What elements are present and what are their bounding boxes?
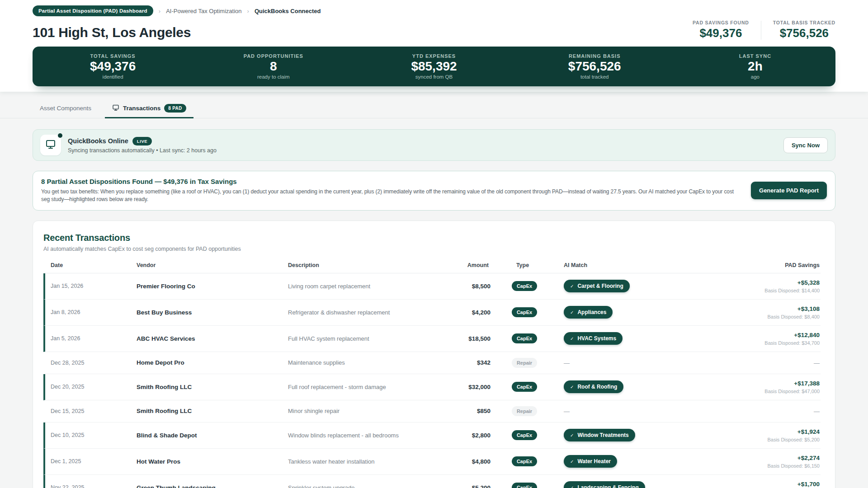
ai-match-chip: ✓Window Treatments [564, 429, 635, 441]
tx-date: Dec 20, 2025 [45, 384, 131, 390]
breadcrumb-item-quickbooks: QuickBooks Connected [255, 8, 321, 14]
tx-amount: $2,800 [432, 432, 491, 439]
table-row[interactable]: Jan 15, 2026Premier Flooring CoLiving ro… [43, 273, 821, 300]
tx-date: Jan 15, 2026 [45, 283, 131, 289]
type-pill: CapEx [512, 382, 537, 392]
tx-ai-match: — [558, 407, 744, 415]
tx-type-badge: CapEx [491, 456, 558, 466]
stat-ytd-expenses: YTD EXPENSES $85,392 synced from QB [354, 53, 514, 80]
table-row[interactable]: Dec 28, 2025Home Depot ProMaintenance su… [43, 352, 821, 374]
column-header-ai-match: AI Match [557, 262, 742, 268]
basis-disposed: Basis Disposed: $14,400 [749, 288, 820, 293]
check-icon: ✓ [570, 459, 574, 464]
ai-match-chip: ✓Roof & Roofing [564, 380, 623, 393]
table-row[interactable]: Dec 15, 2025Smith Roofing LLCMinor shing… [43, 400, 821, 422]
tx-vendor: Premier Flooring Co [131, 283, 283, 290]
tx-vendor: Smith Roofing LLC [131, 408, 283, 414]
tx-description: Minor shingle repair [283, 408, 432, 414]
table-header-row: Date Vendor Description Amount Type AI M… [43, 262, 821, 273]
basis-disposed: Basis Disposed: $34,700 [749, 340, 820, 346]
tx-pad-savings: +$5,328Basis Disposed: $14,400 [744, 279, 821, 293]
column-header-vendor: Vendor [129, 262, 281, 268]
tab-asset-components[interactable]: Asset Components [33, 99, 99, 118]
table-row[interactable]: Dec 10, 2025Blind & Shade DepotWindow bl… [43, 422, 821, 449]
tx-amount: $342 [432, 359, 491, 366]
check-icon: ✓ [570, 385, 574, 389]
tx-vendor: Home Depot Pro [131, 359, 283, 366]
type-pill: CapEx [512, 483, 537, 488]
stat-remaining-basis: REMAINING BASIS $756,526 total tracked [514, 53, 675, 80]
tx-ai-match: ✓HVAC Systems [558, 332, 744, 345]
generate-pad-report-button[interactable]: Generate PAD Report [751, 182, 827, 199]
tx-pad-savings: +$12,840Basis Disposed: $34,700 [744, 332, 821, 346]
column-header-pad-savings: PAD Savings [742, 262, 821, 268]
table-row[interactable]: Dec 1, 2025Hot Water ProsTankless water … [43, 449, 821, 475]
column-header-description: Description [281, 262, 430, 268]
table-row[interactable]: Dec 20, 2025Smith Roofing LLCFull roof r… [43, 374, 821, 400]
ai-match-chip: ✓Landscaping & Fencing [564, 481, 645, 488]
savings-amount: +$5,328 [749, 279, 820, 286]
tx-date: Jan 5, 2026 [45, 335, 131, 342]
tx-date: Jan 8, 2026 [45, 309, 131, 315]
tx-description: Tankless water heater installation [283, 458, 432, 465]
tx-date: Dec 1, 2025 [45, 458, 131, 465]
tx-pad-savings: +$2,274Basis Disposed: $6,150 [744, 455, 821, 469]
tx-description: Full roof replacement - storm damage [283, 384, 432, 390]
tx-pad-savings: — [744, 407, 821, 415]
tx-ai-match: ✓Water Heater [558, 455, 744, 468]
tx-vendor: Smith Roofing LLC [131, 384, 283, 390]
quickbooks-title: QuickBooks Online [68, 137, 128, 145]
tx-ai-match: ✓Appliances [558, 306, 744, 319]
tx-ai-match: ✓Landscaping & Fencing [558, 481, 744, 488]
transactions-table: Date Vendor Description Amount Type AI M… [43, 262, 821, 488]
check-icon: ✓ [570, 433, 574, 438]
type-pill: CapEx [512, 333, 537, 343]
page-title: 101 High St, Los Angeles [33, 25, 191, 40]
tx-ai-match: ✓Window Treatments [558, 429, 744, 441]
summary-stats-bar: TOTAL SAVINGS $49,376 identified PAD OPP… [33, 47, 835, 86]
savings-amount: +$12,840 [749, 332, 820, 338]
tx-date: Dec 10, 2025 [45, 432, 131, 438]
sync-now-button[interactable]: Sync Now [783, 137, 828, 153]
empty-value: — [814, 360, 820, 366]
breadcrumb-item-ai: AI-Powered Tax Optimization [166, 8, 241, 14]
basis-disposed: Basis Disposed: $8,400 [749, 314, 820, 319]
tx-description: Maintenance supplies [283, 359, 432, 366]
tx-type-badge: CapEx [491, 382, 558, 392]
column-header-date: Date [43, 262, 129, 268]
table-row[interactable]: Nov 22, 2025Green Thumb LandscapingSprin… [43, 475, 821, 488]
basis-disposed: Basis Disposed: $6,150 [749, 463, 820, 469]
type-pill: Repair [512, 406, 537, 416]
status-dot [58, 133, 62, 138]
ai-match-chip: ✓Water Heater [564, 455, 617, 468]
tx-amount: $32,000 [432, 384, 491, 390]
savings-amount: +$17,388 [749, 380, 820, 387]
tx-description: Sprinkler system upgrade [283, 484, 432, 488]
tx-vendor: ABC HVAC Services [131, 335, 283, 342]
pad-banner-title: 8 Partial Asset Dispositions Found — $49… [41, 178, 738, 185]
tab-transactions[interactable]: Transactions 8 PAD [105, 99, 193, 118]
quickbooks-sync-banner: QuickBooks Online LIVE Syncing transacti… [33, 129, 835, 161]
savings-amount: +$3,108 [749, 305, 820, 312]
table-row[interactable]: Jan 5, 2026ABC HVAC ServicesFull HVAC sy… [43, 326, 821, 352]
check-icon: ✓ [570, 284, 574, 289]
page-header: Partial Asset Disposition (PAD) Dashboar… [0, 0, 868, 92]
savings-amount: +$2,274 [749, 455, 820, 461]
monitor-icon [45, 139, 56, 151]
tx-type-badge: Repair [491, 358, 558, 368]
tx-pad-savings: +$3,108Basis Disposed: $8,400 [744, 305, 821, 319]
divider [761, 21, 761, 40]
column-header-amount: Amount [430, 262, 489, 268]
empty-value: — [564, 408, 570, 415]
table-row[interactable]: Jan 8, 2026Best Buy BusinessRefrigerator… [43, 300, 821, 326]
tx-vendor: Blind & Shade Depot [131, 432, 283, 439]
tx-description: Window blinds replacement - all bedrooms [283, 432, 432, 439]
tx-date: Dec 15, 2025 [45, 408, 131, 414]
tx-type-badge: CapEx [491, 333, 558, 343]
tx-ai-match: — [558, 359, 744, 367]
tx-amount: $850 [432, 408, 491, 414]
empty-value: — [564, 360, 570, 366]
pad-count-badge: 8 PAD [164, 104, 186, 113]
tx-amount: $8,500 [432, 283, 491, 290]
tx-vendor: Green Thumb Landscaping [131, 484, 283, 488]
